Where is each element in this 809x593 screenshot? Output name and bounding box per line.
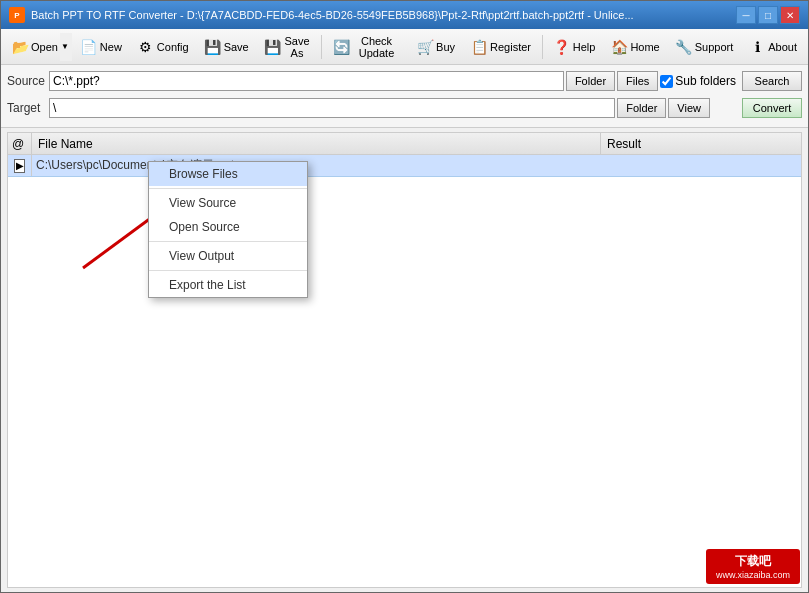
open-button-group[interactable]: 📂 Open ▼ — [5, 33, 72, 61]
save-icon: 💾 — [205, 39, 221, 55]
source-input[interactable] — [49, 71, 564, 91]
watermark-text: 下载吧 — [716, 553, 790, 570]
toolbar-separator-1 — [321, 35, 322, 59]
context-menu-item-open-source[interactable]: Open Source — [149, 215, 307, 239]
file-name-cell: C:\Users\pc\Documents\空白演示.ppt — [32, 157, 601, 174]
new-button[interactable]: 📄 New — [74, 33, 129, 61]
context-menu-separator-1 — [149, 188, 307, 189]
context-menu: Browse Files View Source Open Source Vie… — [148, 161, 308, 298]
save-as-icon: 💾 — [265, 39, 281, 55]
file-list-header: @ File Name Result — [8, 133, 801, 155]
save-as-button[interactable]: 💾 Save As — [258, 33, 318, 61]
config-button[interactable]: ⚙ Config — [131, 33, 196, 61]
source-row: Source Folder Files Sub folders Search — [7, 69, 802, 93]
col-header-filename: File Name — [32, 133, 601, 154]
home-icon: 🏠 — [611, 39, 627, 55]
target-label: Target — [7, 101, 49, 115]
check-update-icon: 🔄 — [333, 39, 349, 55]
help-icon: ❓ — [554, 39, 570, 55]
minimize-button[interactable]: ─ — [736, 6, 756, 24]
context-menu-item-browse-files[interactable]: Browse Files — [149, 162, 307, 186]
source-label: Source — [7, 74, 49, 88]
context-menu-item-view-source[interactable]: View Source — [149, 191, 307, 215]
support-button[interactable]: 🔧 Support — [669, 33, 741, 61]
register-icon: 📋 — [471, 39, 487, 55]
toolbar-separator-2 — [542, 35, 543, 59]
file-list-area: @ File Name Result ▶ C:\Users\pc\Documen… — [7, 132, 802, 588]
target-input[interactable] — [49, 98, 615, 118]
help-button[interactable]: ❓ Help — [547, 33, 603, 61]
source-files-button[interactable]: Files — [617, 71, 658, 91]
title-bar-buttons: ─ □ ✕ — [736, 6, 800, 24]
watermark: 下载吧 www.xiazaiba.com — [706, 549, 800, 584]
window-title: Batch PPT TO RTF Converter - D:\{7A7ACBD… — [31, 9, 736, 21]
context-menu-item-view-output[interactable]: View Output — [149, 244, 307, 268]
form-area: Source Folder Files Sub folders Search T… — [1, 65, 808, 128]
support-icon: 🔧 — [676, 39, 692, 55]
open-dropdown-arrow[interactable]: ▼ — [60, 33, 72, 61]
buy-icon: 🛒 — [417, 39, 433, 55]
about-icon: ℹ — [749, 39, 765, 55]
col-header-at: @ — [8, 133, 32, 154]
table-row[interactable]: ▶ C:\Users\pc\Documents\空白演示.ppt — [8, 155, 801, 177]
open-button[interactable]: 📂 Open — [5, 33, 60, 61]
maximize-button[interactable]: □ — [758, 6, 778, 24]
context-menu-item-export-list[interactable]: Export the List — [149, 273, 307, 297]
save-button[interactable]: 💾 Save — [198, 33, 256, 61]
about-button[interactable]: ℹ About — [742, 33, 804, 61]
source-folder-button[interactable]: Folder — [566, 71, 615, 91]
target-folder-button[interactable]: Folder — [617, 98, 666, 118]
file-row-at: ▶ — [8, 155, 32, 176]
app-icon: P — [9, 7, 25, 23]
buy-button[interactable]: 🛒 Buy — [410, 33, 462, 61]
home-button[interactable]: 🏠 Home — [604, 33, 666, 61]
watermark-url: www.xiazaiba.com — [716, 570, 790, 580]
context-menu-separator-2 — [149, 241, 307, 242]
target-view-button[interactable]: View — [668, 98, 710, 118]
title-bar: P Batch PPT TO RTF Converter - D:\{7A7AC… — [1, 1, 808, 29]
target-row: Target Folder View Convert — [7, 96, 802, 120]
toolbar: 📂 Open ▼ 📄 New ⚙ Config 💾 Save 💾 Save As… — [1, 29, 808, 65]
open-icon: 📂 — [12, 39, 28, 55]
col-header-result: Result — [601, 133, 801, 154]
check-update-button[interactable]: 🔄 Check Update — [326, 33, 408, 61]
subfolders-label: Sub folders — [660, 74, 736, 88]
subfolders-checkbox[interactable] — [660, 75, 673, 88]
register-button[interactable]: 📋 Register — [464, 33, 538, 61]
search-button[interactable]: Search — [742, 71, 802, 91]
new-icon: 📄 — [81, 39, 97, 55]
config-icon: ⚙ — [138, 39, 154, 55]
context-menu-separator-3 — [149, 270, 307, 271]
expand-icon[interactable]: ▶ — [14, 159, 25, 173]
close-button[interactable]: ✕ — [780, 6, 800, 24]
convert-button[interactable]: Convert — [742, 98, 802, 118]
